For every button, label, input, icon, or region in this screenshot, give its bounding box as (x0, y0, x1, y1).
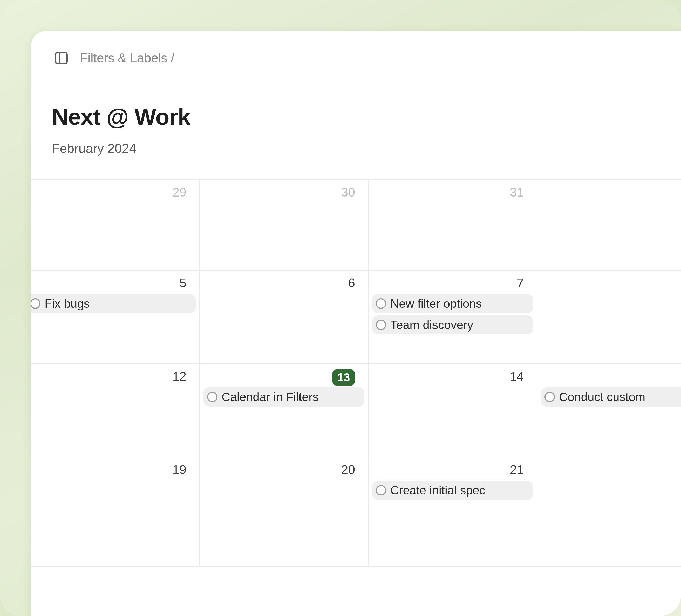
task-chip[interactable]: Create initial spec (372, 481, 533, 500)
calendar-day-cell[interactable] (537, 457, 681, 566)
day-number (541, 368, 681, 385)
task-list: Calendar in Filters (203, 387, 364, 406)
day-number (541, 461, 681, 479)
calendar-day-cell[interactable]: 12 (31, 364, 200, 457)
day-number: 14 (372, 368, 533, 385)
app-panel: Filters & Labels / Next @ Work February … (31, 31, 681, 616)
day-number: 29 (35, 184, 196, 201)
calendar-day-cell[interactable]: 20 (200, 457, 369, 566)
heading-block: Next @ Work February 2024 (31, 68, 681, 156)
calendar-day-cell[interactable]: 30 (200, 180, 369, 270)
task-chip[interactable]: New filter options (372, 294, 533, 313)
svg-rect-0 (55, 53, 67, 64)
breadcrumb[interactable]: Filters & Labels / (80, 51, 174, 65)
page-title: Next @ Work (52, 104, 681, 130)
day-number: 13 (203, 368, 364, 385)
calendar-day-cell[interactable]: 7New filter optionsTeam discovery (369, 271, 537, 364)
task-checkbox-icon[interactable] (376, 485, 386, 496)
calendar-day-cell[interactable]: 6 (200, 271, 369, 364)
topbar: Filters & Labels / (31, 31, 681, 68)
task-label: Team discovery (390, 318, 473, 332)
task-checkbox-icon[interactable] (31, 298, 41, 309)
day-number: 6 (203, 274, 364, 292)
day-number: 20 (203, 461, 364, 479)
calendar-day-cell[interactable]: 14 (369, 364, 537, 457)
task-chip[interactable]: Conduct custom (541, 387, 681, 406)
calendar-day-cell[interactable]: 5Fix bugs (31, 271, 200, 364)
day-number (541, 274, 681, 292)
task-label: Fix bugs (45, 297, 90, 311)
task-checkbox-icon[interactable] (376, 298, 386, 309)
calendar-week: 192021Create initial spec (31, 457, 681, 567)
day-number (541, 184, 681, 201)
calendar-day-cell[interactable]: 19 (31, 457, 200, 566)
calendar-day-cell[interactable]: 31 (369, 180, 537, 270)
panel-left-icon (53, 50, 69, 66)
background-frame: Filters & Labels / Next @ Work February … (0, 0, 681, 616)
calendar-day-cell[interactable] (537, 271, 681, 364)
task-list: New filter optionsTeam discovery (372, 294, 533, 334)
calendar-week: 5Fix bugs67New filter optionsTeam discov… (31, 271, 681, 364)
day-number: 5 (35, 274, 196, 292)
task-list: Create initial spec (372, 481, 533, 500)
day-number: 30 (203, 184, 364, 201)
calendar-day-cell[interactable] (537, 180, 681, 270)
task-list: Fix bugs (35, 294, 196, 313)
task-checkbox-icon[interactable] (545, 392, 555, 402)
task-label: New filter options (390, 297, 482, 311)
month-label: February 2024 (52, 141, 681, 156)
task-checkbox-icon[interactable] (376, 320, 386, 330)
day-number: 31 (372, 184, 533, 201)
day-number: 19 (35, 461, 196, 479)
task-checkbox-icon[interactable] (207, 392, 218, 402)
calendar-day-cell[interactable]: 13Calendar in Filters (200, 364, 369, 457)
task-label: Create initial spec (390, 483, 485, 497)
calendar-day-cell[interactable]: Conduct custom (537, 364, 681, 457)
task-chip[interactable]: Team discovery (372, 315, 533, 334)
calendar-day-cell[interactable]: 29 (31, 180, 200, 270)
task-list: Conduct custom (541, 387, 681, 406)
day-number: 7 (372, 274, 533, 292)
task-label: Calendar in Filters (222, 390, 319, 404)
calendar-grid: 2930315Fix bugs67New filter optionsTeam … (31, 180, 681, 567)
day-number: 21 (372, 461, 533, 479)
calendar-week: 1213Calendar in Filters14Conduct custom (31, 364, 681, 457)
task-chip[interactable]: Fix bugs (31, 294, 196, 313)
calendar-day-cell[interactable]: 21Create initial spec (369, 457, 537, 566)
calendar-week: 293031 (31, 180, 681, 271)
task-chip[interactable]: Calendar in Filters (203, 387, 364, 406)
day-number: 12 (35, 368, 196, 385)
sidebar-toggle-button[interactable] (52, 49, 71, 68)
today-badge: 13 (332, 369, 355, 386)
task-label: Conduct custom (559, 390, 645, 404)
